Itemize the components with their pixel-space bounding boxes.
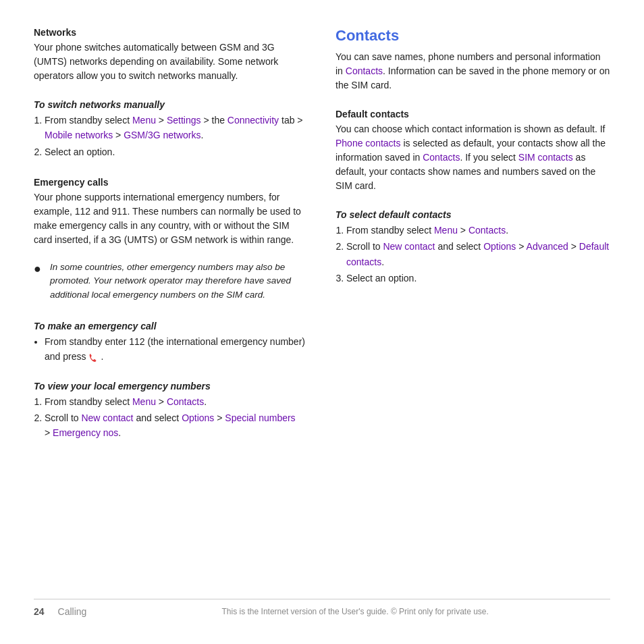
make-emergency-list: From standby enter 112 (the internationa… xyxy=(45,334,308,365)
step2-text: Select an option. xyxy=(45,146,115,157)
dc-body3: . If you select xyxy=(460,152,518,163)
switch-step-1: From standby select Menu > Settings > th… xyxy=(45,113,308,143)
footer: 24 Calling This is the Internet version … xyxy=(34,599,610,617)
warning-icon: ● xyxy=(34,262,45,302)
connectivity-link[interactable]: Connectivity xyxy=(227,115,279,126)
right-column: Contacts You can save names, phone numbe… xyxy=(336,27,610,585)
view-local-steps: From standby select Menu > Contacts. Scr… xyxy=(45,394,308,442)
emergency-nos-link[interactable]: Emergency nos xyxy=(53,427,118,438)
select-default-step-3: Select an option. xyxy=(346,271,610,286)
contacts-heading: Contacts xyxy=(336,27,610,45)
emergency-calls-title: Emergency calls xyxy=(34,177,308,188)
switch-networks-steps: From standby select Menu > Settings > th… xyxy=(45,113,308,161)
gsm3g-link[interactable]: GSM/3G networks xyxy=(124,130,200,140)
menu-link-3[interactable]: Menu xyxy=(434,225,458,236)
step1-sep2: > xyxy=(113,130,124,140)
step1-end: . xyxy=(201,130,204,140)
page: Networks Your phone switches automatical… xyxy=(0,0,644,644)
select-default-step-2: Scroll to New contact and select Options… xyxy=(346,239,610,269)
default-contacts-title: Default contacts xyxy=(336,109,610,119)
step1-sep1: > xyxy=(156,115,167,126)
contacts-link-3[interactable]: Contacts xyxy=(423,152,460,163)
menu-link-1[interactable]: Menu xyxy=(132,115,156,126)
select-default-steps: From standby select Menu > Contacts. Scr… xyxy=(346,223,610,288)
menu-link-2[interactable]: Menu xyxy=(132,396,156,407)
footer-note: This is the Internet version of the User… xyxy=(100,607,610,616)
warning-text: In some countries, other emergency numbe… xyxy=(50,261,308,302)
warning-block: ● In some countries, other emergency num… xyxy=(34,261,308,302)
contacts-link-2[interactable]: Contacts xyxy=(346,65,383,76)
emergency-calls-body: Your phone supports international emerge… xyxy=(34,190,308,247)
section-label: Calling xyxy=(58,606,87,617)
page-number: 24 xyxy=(34,606,45,617)
special-numbers-link[interactable]: Special numbers xyxy=(225,412,295,423)
step1-text3: tab > xyxy=(279,115,302,126)
contacts-link-4[interactable]: Contacts xyxy=(468,225,506,236)
default-contacts-body: You can choose which contact information… xyxy=(336,122,610,193)
dc-body1: You can choose which contact information… xyxy=(336,124,606,134)
options-link-2[interactable]: Options xyxy=(483,241,516,252)
make-emergency-item: From standby enter 112 (the internationa… xyxy=(45,334,308,365)
select-default-heading: To select default contacts xyxy=(336,209,610,220)
columns: Networks Your phone switches automatical… xyxy=(34,27,610,585)
settings-link[interactable]: Settings xyxy=(167,115,201,126)
view-local-step-1: From standby select Menu > Contacts. xyxy=(45,394,308,409)
make-emergency-text: From standby enter 112 (the internationa… xyxy=(45,336,305,362)
contacts-link-1[interactable]: Contacts xyxy=(167,396,204,407)
select-default-step-1: From standby select Menu > Contacts. xyxy=(346,223,610,238)
view-local-step-2: Scroll to New contact and select Options… xyxy=(45,410,308,441)
left-column: Networks Your phone switches automatical… xyxy=(34,27,308,585)
options-link-1[interactable]: Options xyxy=(182,412,214,423)
sim-contacts-link[interactable]: SIM contacts xyxy=(518,152,573,163)
advanced-link[interactable]: Advanced xyxy=(527,241,568,252)
networks-title: Networks xyxy=(34,27,308,38)
view-local-heading: To view your local emergency numbers xyxy=(34,381,308,392)
call-icon xyxy=(88,353,101,363)
make-emergency-heading: To make an emergency call xyxy=(34,321,308,331)
new-contact-link-1[interactable]: New contact xyxy=(81,412,133,423)
step1-text2: > the xyxy=(201,115,227,126)
phone-contacts-link[interactable]: Phone contacts xyxy=(336,138,401,149)
switch-step-2: Select an option. xyxy=(45,144,308,159)
period: . xyxy=(101,351,103,362)
mobile-networks-link[interactable]: Mobile networks xyxy=(45,130,113,140)
contacts-intro-para: You can save names, phone numbers and pe… xyxy=(336,50,610,92)
switch-networks-heading: To switch networks manually xyxy=(34,99,308,110)
networks-body: Your phone switches automatically betwee… xyxy=(34,41,308,83)
new-contact-link-2[interactable]: New contact xyxy=(383,241,435,252)
step1-text1: From standby select xyxy=(45,115,132,126)
